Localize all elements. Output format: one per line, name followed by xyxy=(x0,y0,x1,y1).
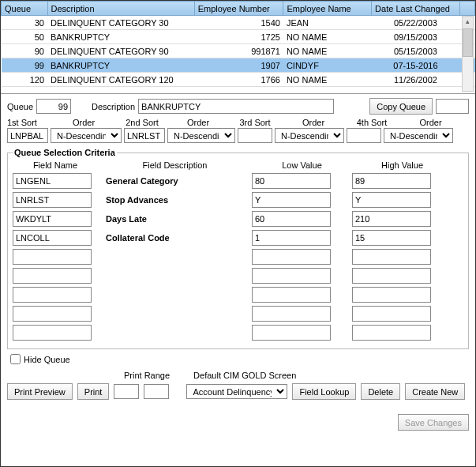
sort3-input[interactable] xyxy=(238,128,272,143)
order1-select[interactable]: N-Descending xyxy=(51,128,122,143)
scroll-thumb[interactable] xyxy=(463,28,473,57)
order1-label: Order xyxy=(45,118,122,127)
print-range-from[interactable] xyxy=(114,384,139,399)
cell-desc: DELINQUENT CATEGORY 90 xyxy=(47,44,194,58)
cell-emp: 991871 xyxy=(194,44,283,58)
criteria-field-desc: Stop Advances xyxy=(98,195,252,205)
cell-desc: DELINQUENT CATEGORY 30 xyxy=(47,16,194,30)
criteria-field-name[interactable] xyxy=(13,268,92,284)
cell-queue: 30 xyxy=(2,16,48,30)
table-row[interactable]: 50BANKRUPTCY1725NO NAME09/15/2003 xyxy=(2,30,475,44)
table-row[interactable]: 99BANKRUPTCY1907CINDYF07-15-2016 xyxy=(2,58,475,73)
sort1-label: 1st Sort xyxy=(7,118,45,127)
cell-desc: BANKRUPTCY xyxy=(47,58,194,73)
col-employee-number[interactable]: Employee Number xyxy=(194,2,283,16)
criteria-high-value[interactable] xyxy=(352,211,431,227)
hide-queue-label: Hide Queue xyxy=(24,355,70,364)
criteria-field-name[interactable] xyxy=(13,192,92,208)
queue-table: Queue Description Employee Number Employ… xyxy=(1,1,475,87)
scroll-up-icon[interactable]: ▴ xyxy=(463,17,473,28)
col-date-last-changed[interactable]: Date Last Changed xyxy=(372,2,460,16)
criteria-low-value[interactable] xyxy=(252,192,331,208)
criteria-field-name[interactable] xyxy=(13,325,92,341)
criteria-field-desc: Collateral Code xyxy=(98,233,252,243)
cell-name: JEAN xyxy=(283,16,372,30)
criteria-field-name[interactable] xyxy=(13,287,92,303)
delete-button[interactable]: Delete xyxy=(361,383,400,400)
criteria-row xyxy=(13,325,463,341)
cell-name: NO NAME xyxy=(283,44,372,58)
queue-label: Queue xyxy=(7,102,33,111)
criteria-fieldset: Queue Selection Criteria Field Name Fiel… xyxy=(7,148,469,349)
order3-select[interactable]: N-Descending xyxy=(275,128,344,143)
sort4-label: 4th Sort xyxy=(351,118,392,127)
table-row[interactable]: 120DELINQUENT CATEGORY 1201766NO NAME11/… xyxy=(2,73,475,87)
col-employee-name[interactable]: Employee Name xyxy=(283,2,372,16)
default-screen-label: Default CIM GOLD Screen xyxy=(193,371,296,380)
sort1-input[interactable] xyxy=(7,128,48,143)
criteria-high-value[interactable] xyxy=(352,268,431,284)
criteria-low-value[interactable] xyxy=(252,306,331,322)
criteria-field-name[interactable] xyxy=(13,173,92,189)
field-lookup-button[interactable]: Field Lookup xyxy=(292,383,356,400)
table-scrollbar[interactable]: ▴ xyxy=(462,16,474,92)
criteria-field-name[interactable] xyxy=(13,230,92,246)
criteria-low-value[interactable] xyxy=(252,211,331,227)
criteria-field-desc: General Category xyxy=(98,176,252,186)
col-queue[interactable]: Queue xyxy=(2,2,48,16)
table-header-row: Queue Description Employee Number Employ… xyxy=(2,2,475,16)
create-new-button[interactable]: Create New xyxy=(405,383,465,400)
criteria-low-value[interactable] xyxy=(252,230,331,246)
cell-emp: 1725 xyxy=(194,30,283,44)
criteria-high-value[interactable] xyxy=(352,287,431,303)
criteria-field-name[interactable] xyxy=(13,249,92,265)
criteria-high-value[interactable] xyxy=(352,306,431,322)
save-changes-button[interactable]: Save Changes xyxy=(398,414,469,431)
criteria-field-desc: Days Late xyxy=(98,214,252,224)
cell-date: 05/22/2003 xyxy=(372,16,460,30)
sort2-label: 2nd Sort xyxy=(122,118,162,127)
criteria-low-value[interactable] xyxy=(252,325,331,341)
criteria-high-value[interactable] xyxy=(352,192,431,208)
sort3-label: 3rd Sort xyxy=(234,118,275,127)
print-preview-button[interactable]: Print Preview xyxy=(7,383,73,400)
criteria-field-name[interactable] xyxy=(13,306,92,322)
copy-queue-input[interactable] xyxy=(436,99,469,114)
copy-queue-button[interactable]: Copy Queue xyxy=(369,98,433,115)
order2-select[interactable]: N-Descending xyxy=(167,128,235,143)
sort4-input[interactable] xyxy=(347,128,381,143)
criteria-field-name[interactable] xyxy=(13,211,92,227)
queue-input[interactable] xyxy=(36,99,71,114)
print-range-to[interactable] xyxy=(144,384,169,399)
criteria-hdr-high: High Value xyxy=(352,160,452,170)
cell-name: NO NAME xyxy=(283,73,372,87)
description-input[interactable] xyxy=(138,99,334,114)
criteria-hdr-low: Low Value xyxy=(252,160,352,170)
col-description[interactable]: Description xyxy=(47,2,194,16)
criteria-row xyxy=(13,287,463,303)
criteria-row: Stop Advances xyxy=(13,192,463,208)
cell-queue: 50 xyxy=(2,30,48,44)
table-row[interactable]: 90DELINQUENT CATEGORY 90991871NO NAME05/… xyxy=(2,44,475,58)
criteria-row: General Category xyxy=(13,173,463,189)
print-button[interactable]: Print xyxy=(77,383,110,400)
criteria-high-value[interactable] xyxy=(352,249,431,265)
sort2-input[interactable] xyxy=(124,128,165,143)
cell-date: 07-15-2016 xyxy=(372,58,460,73)
hide-queue-checkbox[interactable] xyxy=(10,354,21,364)
criteria-high-value[interactable] xyxy=(352,325,431,341)
cell-emp: 1540 xyxy=(194,16,283,30)
criteria-low-value[interactable] xyxy=(252,173,331,189)
criteria-low-value[interactable] xyxy=(252,268,331,284)
criteria-row xyxy=(13,268,463,284)
criteria-high-value[interactable] xyxy=(352,230,431,246)
print-range-label: Print Range xyxy=(124,371,170,380)
table-row[interactable]: 30DELINQUENT CATEGORY 301540JEAN05/22/20… xyxy=(2,16,475,30)
cell-date: 05/15/2003 xyxy=(372,44,460,58)
criteria-high-value[interactable] xyxy=(352,173,431,189)
order4-select[interactable]: N-Descending xyxy=(384,128,453,143)
criteria-low-value[interactable] xyxy=(252,287,331,303)
default-screen-select[interactable]: Account Delinquency xyxy=(186,384,287,399)
criteria-low-value[interactable] xyxy=(252,249,331,265)
criteria-row: Collateral Code xyxy=(13,230,463,246)
